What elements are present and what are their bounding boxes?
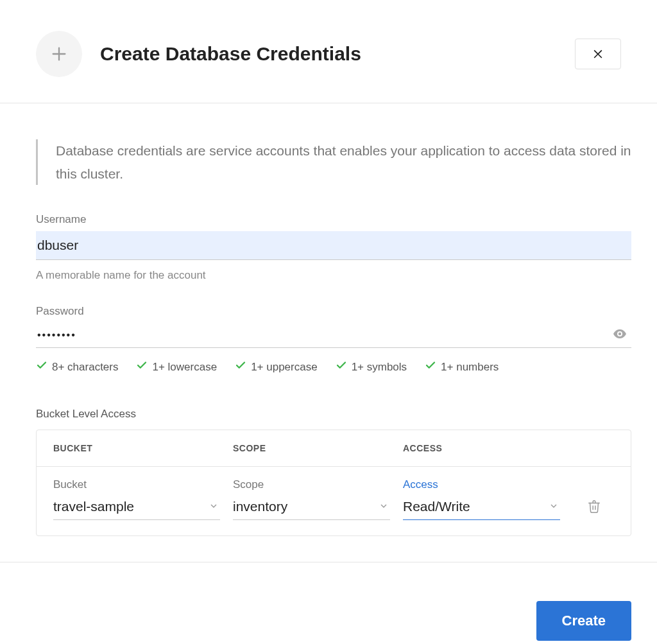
scope-select[interactable]: inventory xyxy=(233,495,390,520)
check-numbers: 1+ numbers xyxy=(425,360,499,374)
table-header: BUCKET SCOPE ACCESS xyxy=(37,430,631,467)
password-requirements: 8+ characters 1+ lowercase 1+ uppercase … xyxy=(36,360,631,374)
plus-icon xyxy=(36,31,82,77)
access-select[interactable]: Read/Write xyxy=(403,495,560,520)
dialog-footer: Create xyxy=(0,562,657,644)
info-banner: Database credentials are service account… xyxy=(36,139,631,185)
access-select-label: Access xyxy=(403,478,560,491)
check-icon xyxy=(235,360,251,374)
check-icon xyxy=(336,360,352,374)
bucket-access-label: Bucket Level Access xyxy=(36,408,631,421)
bucket-select-label: Bucket xyxy=(53,478,220,491)
check-icon xyxy=(425,360,441,374)
chevron-down-icon xyxy=(549,501,559,514)
page-title: Create Database Credentials xyxy=(100,43,575,65)
close-icon xyxy=(592,47,604,62)
col-header-scope: SCOPE xyxy=(233,443,403,453)
username-label: Username xyxy=(36,213,631,226)
username-field: Username A memorable name for the accoun… xyxy=(36,213,631,282)
username-input[interactable] xyxy=(36,231,631,259)
chevron-down-icon xyxy=(209,501,219,514)
trash-icon xyxy=(587,500,601,516)
check-icon xyxy=(36,360,52,374)
password-input[interactable] xyxy=(36,323,631,347)
col-header-access: ACCESS xyxy=(403,443,573,453)
scope-select-label: Scope xyxy=(233,478,390,491)
password-field: Password 8+ characters 1+ lowercase 1+ u… xyxy=(36,305,631,374)
check-uppercase: 1+ uppercase xyxy=(235,360,318,374)
chevron-down-icon xyxy=(379,501,389,514)
col-header-bucket: BUCKET xyxy=(53,443,233,453)
check-8-chars: 8+ characters xyxy=(36,360,118,374)
check-lowercase: 1+ lowercase xyxy=(136,360,217,374)
password-label: Password xyxy=(36,305,631,318)
check-symbols: 1+ symbols xyxy=(336,360,407,374)
table-row: Bucket travel-sample Scope inventory Acc… xyxy=(37,467,631,535)
delete-row-button[interactable] xyxy=(587,500,601,520)
toggle-password-visibility-button[interactable] xyxy=(612,326,627,344)
check-icon xyxy=(136,360,152,374)
close-button[interactable] xyxy=(575,39,621,69)
info-text: Database credentials are service account… xyxy=(56,139,631,185)
create-button[interactable]: Create xyxy=(536,601,631,641)
dialog-header: Create Database Credentials xyxy=(0,0,657,103)
bucket-select[interactable]: travel-sample xyxy=(53,495,220,520)
bucket-access-table: BUCKET SCOPE ACCESS Bucket travel-sample… xyxy=(36,430,631,536)
username-hint: A memorable name for the account xyxy=(36,269,631,282)
dialog-content: Database credentials are service account… xyxy=(0,103,657,562)
eye-icon xyxy=(612,326,627,344)
